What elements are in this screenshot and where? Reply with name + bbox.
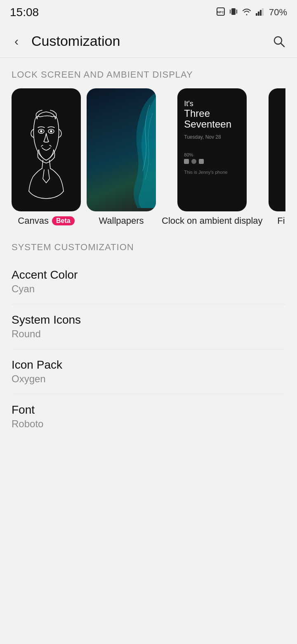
lock-screen-section: LOCK SCREEN AND AMBIENT DISPLAY <box>0 58 297 230</box>
lock-screen-cards: Canvas Beta Wallpapers <box>12 88 285 230</box>
status-icons: NFC <box>216 7 287 18</box>
system-icons-value: Round <box>12 328 285 340</box>
svg-line-10 <box>281 43 284 47</box>
fingerprint-thumbnail <box>269 88 285 211</box>
canvas-label-row: Canvas Beta <box>18 215 74 226</box>
svg-rect-7 <box>260 10 262 16</box>
top-app-bar: ‹ Customization <box>0 25 297 58</box>
back-icon: ‹ <box>14 34 19 48</box>
search-icon <box>272 35 285 48</box>
status-time: 15:08 <box>10 6 39 19</box>
clock-date: Tuesday, Nov 28 <box>184 134 221 140</box>
nfc-icon: NFC <box>216 7 225 18</box>
clock-battery: 80% <box>184 152 193 157</box>
lock-screen-section-label: LOCK SCREEN AND AMBIENT DISPLAY <box>12 69 285 80</box>
clock-msg: This is Jenny's phone <box>184 170 227 175</box>
font-title: Font <box>12 403 285 417</box>
wave-svg <box>119 92 156 208</box>
canvas-card-item[interactable]: Canvas Beta <box>12 88 81 226</box>
svg-rect-2 <box>231 8 236 15</box>
svg-rect-3 <box>230 9 231 14</box>
wallpapers-label-row: Wallpapers <box>99 215 144 226</box>
icon-pack-title: Icon Pack <box>12 358 285 372</box>
system-customization-section: SYSTEM CUSTOMIZATION Accent Color Cyan S… <box>0 230 297 439</box>
search-button[interactable] <box>269 31 289 51</box>
clock-mini-icon-3 <box>199 159 204 164</box>
system-icons-item[interactable]: System Icons Round <box>12 304 285 349</box>
clock-ambient-card-item[interactable]: It's Three Seventeen Tuesday, Nov 28 80%… <box>162 88 263 226</box>
svg-rect-8 <box>262 8 264 16</box>
vibrate-icon <box>229 7 238 18</box>
clock-mini-icon-1 <box>184 159 189 164</box>
fingerprint-label-row: Fingerprint A <box>277 215 285 226</box>
clock-its: It's <box>184 100 193 108</box>
page-title: Customization <box>31 33 120 49</box>
system-icons-title: System Icons <box>12 313 285 327</box>
clock-icons-row <box>184 159 204 164</box>
system-section-label: SYSTEM CUSTOMIZATION <box>12 242 285 253</box>
fingerprint-label: Fingerprint A <box>277 215 285 226</box>
clock-seventeen: Seventeen <box>184 119 231 130</box>
fingerprint-card-item[interactable]: Fingerprint A <box>269 88 285 226</box>
svg-point-12 <box>40 130 42 132</box>
accent-color-item[interactable]: Accent Color Cyan <box>12 259 285 304</box>
canvas-label: Canvas <box>18 215 49 226</box>
clock-mini-icon-2 <box>191 159 196 164</box>
wifi-icon <box>242 7 252 18</box>
clock-label-row: Clock on ambient display <box>162 215 263 226</box>
beta-badge: Beta <box>52 216 75 225</box>
canvas-art <box>17 96 75 204</box>
canvas-thumbnail <box>12 88 81 211</box>
icon-pack-value: Oxygen <box>12 373 285 385</box>
svg-rect-4 <box>236 9 237 14</box>
svg-point-14 <box>50 130 52 132</box>
svg-text:NFC: NFC <box>217 10 224 14</box>
battery-percentage: 70% <box>269 7 287 18</box>
svg-rect-5 <box>256 13 257 16</box>
wallpapers-label: Wallpapers <box>99 215 144 226</box>
clock-ambient-thumbnail: It's Three Seventeen Tuesday, Nov 28 80%… <box>177 88 247 211</box>
clock-three: Three <box>184 108 210 119</box>
icon-pack-item[interactable]: Icon Pack Oxygen <box>12 349 285 394</box>
font-item[interactable]: Font Roboto <box>12 394 285 439</box>
signal-icon <box>256 7 265 18</box>
accent-color-title: Accent Color <box>12 268 285 282</box>
wallpapers-card-item[interactable]: Wallpapers <box>87 88 156 226</box>
font-value: Roboto <box>12 418 285 430</box>
clock-label: Clock on ambient display <box>162 215 263 226</box>
svg-rect-6 <box>258 12 259 16</box>
accent-color-value: Cyan <box>12 283 285 295</box>
wallpapers-thumbnail <box>87 88 156 211</box>
status-bar: 15:08 NFC <box>0 0 297 25</box>
back-button[interactable]: ‹ <box>7 31 26 51</box>
